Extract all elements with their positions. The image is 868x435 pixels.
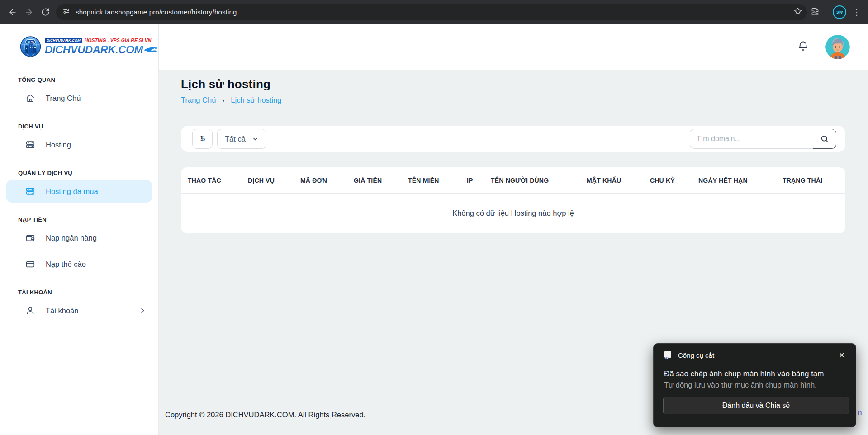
sidebar-item-label: Nạp thẻ cào: [46, 260, 86, 269]
notifications-bell-icon[interactable]: [797, 40, 809, 54]
type-filter-select[interactable]: Tất cả: [217, 129, 266, 149]
table-empty-state: Không có dữ liệu Hosting nào hợp lệ: [181, 194, 845, 233]
sidebar-section-account: TÀI KHOẢN: [18, 289, 158, 296]
sidebar-item-account[interactable]: Tài khoản: [6, 299, 152, 322]
wallet-icon: [25, 232, 36, 243]
filter-bar: 15 Tất cả: [181, 126, 845, 152]
credit-card-icon: [25, 259, 36, 270]
logo-globe-icon: VPS: [20, 33, 41, 60]
sidebar: VPS DICHVUDARK.COM HOSTING - VPS GIÁ RẺ …: [0, 24, 159, 435]
page-title: Lịch sử hosting: [181, 77, 868, 91]
column-header: MÃ ĐƠN: [300, 177, 354, 184]
partially-hidden-link[interactable]: n: [858, 408, 862, 417]
forward-icon[interactable]: [21, 4, 37, 20]
toast-message-primary: Đã sao chép ảnh chụp màn hình vào bảng t…: [664, 369, 846, 378]
browser-profile-avatar[interactable]: SW: [833, 5, 846, 19]
column-header: TRẠNG THÁI: [783, 177, 839, 184]
sidebar-section-service-management: QUẢN LÝ DỊCH VỤ: [18, 170, 158, 176]
browser-menu-icon[interactable]: ⋮: [853, 7, 861, 17]
toast-header: Công cụ cắt ··· ✕: [654, 344, 856, 359]
chevron-right-icon: [139, 307, 146, 314]
sidebar-item-label: Hosting: [46, 141, 71, 149]
sidebar-item-hosting[interactable]: Hosting: [6, 133, 152, 156]
type-filter-value: Tất cả: [225, 135, 246, 143]
sidebar-item-label: Nạp ngân hàng: [46, 234, 97, 242]
svg-text:VPS: VPS: [27, 40, 34, 44]
sidebar-item-label: Tài khoản: [46, 307, 78, 315]
search-input[interactable]: [690, 129, 813, 149]
toast-close-icon[interactable]: ✕: [834, 351, 849, 359]
search-button[interactable]: [813, 129, 836, 149]
search-group: [690, 129, 836, 149]
hosting-table: THAO TÁC DỊCH VỤ MÃ ĐƠN GIÁ TIỀN TÊN MIỀ…: [181, 167, 845, 233]
sidebar-item-card-topup[interactable]: Nạp thẻ cào: [6, 253, 152, 275]
user-avatar[interactable]: [825, 35, 850, 59]
site-logo[interactable]: VPS DICHVUDARK.COM HOSTING - VPS GIÁ RẺ …: [20, 30, 158, 63]
copyright-text: Copyright © 2026 DICHVUDARK.COM. All Rig…: [165, 411, 365, 419]
column-header: THAO TÁC: [188, 177, 248, 184]
chrome-right-controls: SW ⋮: [811, 5, 863, 19]
column-header: TÊN NGƯỜI DÙNG: [491, 177, 587, 184]
breadcrumb: Trang Chủ › Lịch sử hosting: [181, 96, 868, 104]
logo-banner-site: DICHVUDARK.COM: [45, 38, 82, 43]
sidebar-item-label: Trang Chủ: [46, 94, 81, 103]
url-text[interactable]: shopnick.taoshopgame.pro/customer/histor…: [76, 8, 237, 16]
toast-message-secondary: Tự động lưu vào thư mục ảnh chụp màn hìn…: [664, 381, 846, 389]
logo-wordmark: DICHVUDARK.COM: [45, 43, 143, 56]
extensions-icon[interactable]: [811, 7, 820, 18]
sidebar-item-purchased-hosting[interactable]: Hosting đã mua: [6, 180, 152, 203]
column-header: MẬT KHẨU: [587, 177, 650, 184]
search-icon: [820, 134, 830, 144]
site-settings-icon[interactable]: [62, 7, 70, 17]
snipping-tool-icon: [664, 350, 673, 359]
sidebar-item-bank-topup[interactable]: Nạp ngân hàng: [6, 227, 152, 249]
sidebar-section-overview: TỔNG QUAN: [18, 76, 158, 83]
breadcrumb-home-link[interactable]: Trang Chủ: [181, 96, 216, 104]
server-icon: [25, 139, 36, 150]
column-header: GIÁ TIỀN: [354, 177, 408, 184]
server-icon: [25, 186, 36, 197]
sidebar-section-topup: NẠP TIỀN: [18, 216, 158, 223]
reload-icon[interactable]: [37, 4, 53, 20]
toast-action-button[interactable]: Đánh dấu và Chia sẻ: [663, 397, 849, 414]
app-topbar: [159, 24, 868, 70]
toast-more-icon[interactable]: ···: [819, 351, 834, 359]
table-header-row: THAO TÁC DỊCH VỤ MÃ ĐƠN GIÁ TIỀN TÊN MIỀ…: [181, 167, 845, 194]
address-bar[interactable]: shopnick.taoshopgame.pro/customer/histor…: [56, 4, 807, 20]
column-header: DỊCH VỤ: [248, 177, 300, 184]
logo-swoosh-icon: [143, 45, 158, 55]
page-size-select[interactable]: 15: [192, 129, 213, 149]
column-header: TÊN MIỀN: [408, 177, 467, 184]
chevron-down-icon: [252, 136, 259, 142]
sidebar-item-label: Hosting đã mua: [46, 187, 98, 196]
user-icon: [25, 305, 36, 316]
logo-banner-tagline: HOSTING - VPS GIÁ RẺ SỈ VN: [85, 38, 152, 43]
breadcrumb-current-link[interactable]: Lịch sử hosting: [231, 96, 281, 104]
home-icon: [25, 93, 36, 104]
column-header: IP: [467, 177, 491, 184]
breadcrumb-separator-icon: ›: [222, 96, 224, 104]
sidebar-item-home[interactable]: Trang Chủ: [6, 87, 152, 109]
toast-app-name: Công cụ cắt: [678, 351, 714, 359]
column-header: NGÀY HẾT HẠN: [698, 177, 783, 184]
column-header: CHU KỲ: [650, 177, 698, 184]
browser-toolbar: shopnick.taoshopgame.pro/customer/histor…: [0, 0, 868, 24]
toolbar-divider: [826, 8, 826, 17]
bookmark-star-icon[interactable]: [793, 7, 802, 18]
back-icon[interactable]: [5, 4, 21, 20]
snipping-tool-toast: Công cụ cắt ··· ✕ Đã sao chép ảnh chụp m…: [653, 343, 856, 427]
sidebar-section-services: DỊCH VỤ: [18, 123, 158, 130]
